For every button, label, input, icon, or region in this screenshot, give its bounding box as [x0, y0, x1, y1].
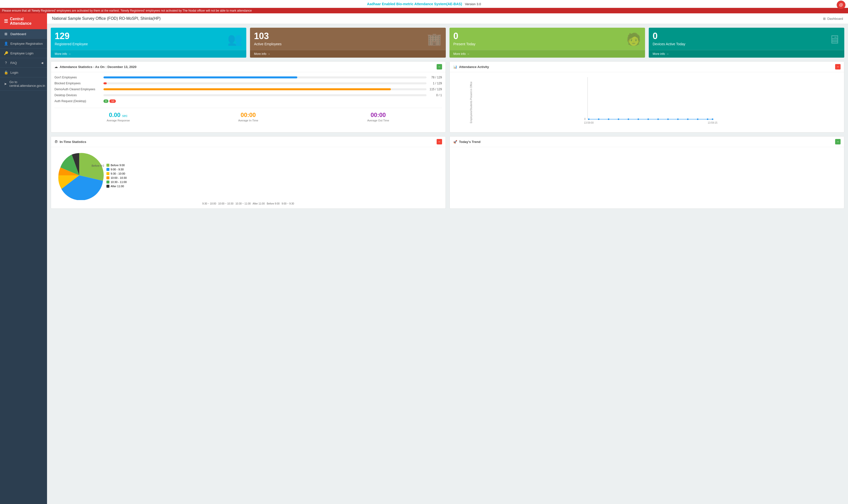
legend-label-before9: Before 9:00 [111, 164, 125, 167]
desktop-label: Desktop Devices [54, 93, 102, 97]
attendance-activity-panel: 📊 Attendance Activity − Employees/Studen… [450, 61, 845, 132]
demoauth-bar [103, 88, 391, 90]
registered-label: Registered Employee [55, 42, 88, 46]
pie-legend: Before 9:00 9:00 - 9:30 9:30 - 10:00 [106, 164, 127, 188]
present-label: Present Today [453, 42, 475, 46]
card-devices-active: 0 Devices Active Today 🖥 More info → [649, 28, 844, 58]
card-body-registered: 129 Registered Employee 👥 [51, 28, 246, 50]
legend-color-after11 [106, 185, 109, 188]
todays-trend-toggle[interactable]: − [835, 139, 841, 144]
attendance-activity-chart-area: Employees/Students Present in Office 0 [450, 72, 844, 132]
card-present-today: 0 Present Today 🧑 More info → [450, 28, 645, 58]
attendance-stats-header: ☁ Attendance Statistics - As On : Decemb… [51, 61, 446, 72]
registered-icon: 👥 [227, 32, 242, 46]
employee-login-icon: 🔑 [4, 51, 8, 55]
sidebar-item-employee-login[interactable]: 🔑 Employee Login [0, 49, 47, 58]
stat-row-govt: Gov't Employees 78 / 129 [54, 76, 442, 79]
faq-arrow-icon: ◀ [41, 61, 43, 65]
sidebar-item-dashboard[interactable]: ⊞ Dashboard [0, 29, 47, 39]
demoauth-value: 115 / 129 [429, 88, 442, 91]
auth-red-badge: 10 [109, 100, 116, 103]
panel-title-left-activity: 📊 Attendance Activity [453, 65, 489, 69]
card-footer-present[interactable]: More info → [450, 50, 645, 58]
active-icon: 🏢 [427, 32, 442, 46]
card-active-employees: 103 Active Employees 🏢 More info → [250, 28, 446, 58]
svg-point-14 [677, 119, 678, 120]
avg-intime-value: 00:00 [185, 111, 312, 119]
system-version: Version 3.0 [465, 2, 481, 6]
present-more-info: More info [453, 52, 466, 56]
blocked-label: Blocked Employees [54, 82, 102, 85]
sidebar-label-dashboard: Dashboard [11, 32, 26, 36]
intime-stats-toggle[interactable]: − [437, 139, 442, 144]
content-area: National Sample Survey Office (FOD) RO-M… [47, 13, 848, 504]
legend-color-1030-1100 [106, 181, 109, 183]
registered-arrow-icon: → [68, 52, 71, 56]
pie-chart-wrapper: Before 9:00 [54, 150, 104, 201]
sidebar-item-employee-registration[interactable]: 👤 Employee Registration [0, 39, 47, 49]
svg-point-8 [618, 119, 619, 120]
card-text-devices: 0 Devices Active Today [653, 31, 686, 46]
intime-chart-container: Before 9:00 Before 9:00 [54, 150, 442, 201]
auth-row: Auth Request (Desktop) 0 10 [54, 100, 442, 103]
attendance-activity-toggle[interactable]: − [835, 64, 841, 70]
present-number: 0 [453, 31, 475, 41]
legend-item-before9: Before 9:00 [106, 164, 127, 167]
sidebar: ☰ Central Attendance ⊞ Dashboard 👤 Emplo… [0, 13, 47, 504]
registered-more-info: More info [55, 52, 67, 56]
bottom-panels: ⏱ In-Time Statistics − [51, 136, 844, 209]
card-footer-registered[interactable]: More info → [51, 50, 246, 58]
attendance-activity-header: 📊 Attendance Activity − [450, 61, 844, 72]
dashboard-icon: ⊞ [4, 32, 8, 36]
goto-icon: ➤ [4, 82, 7, 86]
avg-stats: 0.00 sec Average Response 00:00 Average … [54, 108, 442, 122]
card-footer-devices[interactable]: More info → [649, 50, 844, 58]
legend-label-900-930: 9:00 - 9:30 [111, 168, 124, 171]
panels-row: ☁ Attendance Statistics - As On : Decemb… [51, 61, 844, 132]
sidebar-label-faq: FAQ [11, 61, 17, 65]
aadhaar-logo: @ [837, 0, 846, 10]
card-footer-active[interactable]: More info → [250, 50, 446, 58]
attendance-stats-body: Gov't Employees 78 / 129 Blocked Employe… [51, 72, 446, 125]
attendance-stats-toggle[interactable]: − [437, 64, 442, 70]
todays-trend-title: Today's Trend [459, 140, 481, 144]
intime-stats-header: ⏱ In-Time Statistics − [51, 137, 446, 147]
sidebar-label-emp-login: Employee Login [11, 51, 33, 55]
legend-label-930-1000: 9:30 - 10:00 [111, 172, 125, 175]
legend-item-1000-1030: 10:00 - 10:30 [106, 176, 127, 179]
main-layout: ☰ Central Attendance ⊞ Dashboard 👤 Emplo… [0, 13, 848, 504]
active-label: Active Employees [254, 42, 281, 46]
hamburger-icon[interactable]: ☰ [4, 19, 8, 24]
breadcrumb: ⊞ Dashboard [823, 17, 843, 20]
svg-text:13:59:00: 13:59:00 [584, 122, 593, 124]
stat-row-desktop: Desktop Devices 0 / 1 [54, 93, 442, 97]
devices-label: Devices Active Today [653, 42, 686, 46]
svg-text:13:59:15: 13:59:15 [708, 122, 717, 124]
svg-point-13 [667, 119, 669, 120]
active-arrow-icon: → [267, 52, 270, 56]
panel-title-left-intime: ⏱ In-Time Statistics [54, 140, 86, 144]
card-registered-employee: 129 Registered Employee 👥 More info → [51, 28, 246, 58]
blocked-bar [103, 82, 107, 84]
legend-color-1000-1030 [106, 176, 109, 179]
legend-label-1000-1030: 10:00 - 10:30 [111, 176, 127, 179]
sidebar-item-login[interactable]: 🔒 Login [0, 68, 47, 77]
notification-bar: Please ensure that all 'Newly Registered… [0, 8, 848, 13]
stat-row-demoauth: DemoAuth Cleared Employees 115 / 129 [54, 88, 442, 91]
legend-color-930-1000 [106, 172, 109, 175]
intime-stats-title: In-Time Statistics [60, 140, 86, 144]
svg-text:0: 0 [584, 118, 586, 121]
avg-response-value: 0.00 sec [54, 111, 182, 119]
sidebar-item-faq[interactable]: ? FAQ ◀ [0, 58, 47, 68]
dashboard-content: 129 Registered Employee 👥 More info → 10… [47, 24, 848, 504]
rocket-icon: 🚀 [453, 140, 457, 144]
clock-icon: ⏱ [54, 140, 58, 144]
sidebar-label-login: Login [11, 71, 18, 74]
avg-response-label: Average Response [54, 119, 182, 122]
devices-number: 0 [653, 31, 686, 41]
card-body-devices: 0 Devices Active Today 🖥 [649, 28, 844, 50]
desktop-bar-container [103, 94, 427, 96]
sidebar-item-goto-central[interactable]: ➤ Go to central.attendance.gov.in [0, 77, 47, 91]
legend-label-1030-1100: 10:30 - 11:00 [111, 181, 127, 183]
attendance-stats-panel: ☁ Attendance Statistics - As On : Decemb… [51, 61, 446, 132]
